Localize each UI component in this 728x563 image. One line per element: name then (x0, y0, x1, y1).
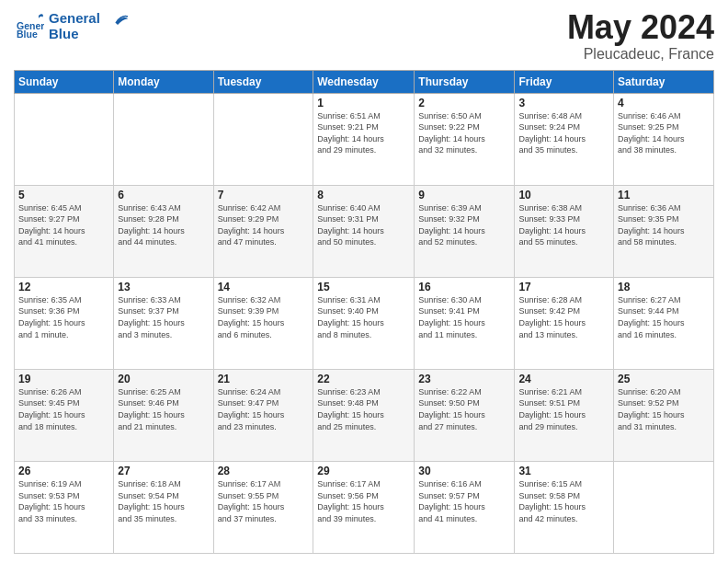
day-number: 5 (18, 189, 109, 201)
header-sunday: Sunday (15, 70, 114, 93)
day-number: 31 (518, 465, 609, 477)
day-number: 21 (218, 373, 310, 385)
svg-text:Blue: Blue (17, 29, 38, 38)
header: General Blue General Blue May 2024 Pleuc… (14, 9, 714, 63)
day-number: 19 (18, 373, 109, 385)
calendar-cell-w1-d2 (114, 93, 213, 185)
day-info: Sunrise: 6:23 AM Sunset: 9:48 PM Dayligh… (317, 386, 410, 432)
page: General Blue General Blue May 2024 Pleuc… (0, 0, 728, 563)
day-info: Sunrise: 6:28 AM Sunset: 9:42 PM Dayligh… (518, 294, 609, 340)
calendar-cell-w3-d1: 12Sunrise: 6:35 AM Sunset: 9:36 PM Dayli… (15, 277, 114, 369)
day-info: Sunrise: 6:46 AM Sunset: 9:25 PM Dayligh… (618, 110, 710, 156)
day-number: 28 (218, 465, 310, 477)
day-info: Sunrise: 6:48 AM Sunset: 9:24 PM Dayligh… (518, 110, 609, 156)
day-number: 27 (118, 465, 209, 477)
header-tuesday: Tuesday (213, 70, 313, 93)
bird-icon (103, 10, 129, 36)
day-number: 25 (618, 373, 710, 385)
calendar-cell-w3-d4: 15Sunrise: 6:31 AM Sunset: 9:40 PM Dayli… (313, 277, 415, 369)
day-number: 14 (218, 281, 310, 293)
day-info: Sunrise: 6:45 AM Sunset: 9:27 PM Dayligh… (18, 202, 109, 248)
day-number: 24 (518, 373, 609, 385)
calendar-cell-w4-d7: 25Sunrise: 6:20 AM Sunset: 9:52 PM Dayli… (614, 369, 714, 461)
day-number: 17 (518, 281, 609, 293)
calendar-cell-w2-d4: 8Sunrise: 6:40 AM Sunset: 9:31 PM Daylig… (313, 185, 415, 277)
day-info: Sunrise: 6:15 AM Sunset: 9:58 PM Dayligh… (518, 478, 609, 524)
day-info: Sunrise: 6:19 AM Sunset: 9:53 PM Dayligh… (18, 478, 109, 524)
calendar-cell-w1-d7: 4Sunrise: 6:46 AM Sunset: 9:25 PM Daylig… (614, 93, 714, 185)
month-title: May 2024 (567, 9, 714, 46)
day-number: 15 (317, 281, 410, 293)
day-info: Sunrise: 6:25 AM Sunset: 9:46 PM Dayligh… (118, 386, 209, 432)
day-info: Sunrise: 6:26 AM Sunset: 9:45 PM Dayligh… (18, 386, 109, 432)
day-number: 22 (317, 373, 410, 385)
week-row-2: 5Sunrise: 6:45 AM Sunset: 9:27 PM Daylig… (15, 185, 714, 277)
location-subtitle: Pleucadeuc, France (567, 46, 714, 63)
calendar-cell-w2-d1: 5Sunrise: 6:45 AM Sunset: 9:27 PM Daylig… (15, 185, 114, 277)
day-number: 20 (118, 373, 209, 385)
day-number: 12 (18, 281, 109, 293)
week-row-3: 12Sunrise: 6:35 AM Sunset: 9:36 PM Dayli… (15, 277, 714, 369)
day-info: Sunrise: 6:21 AM Sunset: 9:51 PM Dayligh… (518, 386, 609, 432)
day-number: 26 (18, 465, 109, 477)
header-wednesday: Wednesday (313, 70, 415, 93)
day-info: Sunrise: 6:36 AM Sunset: 9:35 PM Dayligh… (618, 202, 710, 248)
calendar-cell-w5-d1: 26Sunrise: 6:19 AM Sunset: 9:53 PM Dayli… (15, 461, 114, 553)
header-thursday: Thursday (415, 70, 515, 93)
day-number: 3 (518, 97, 609, 109)
calendar-cell-w5-d3: 28Sunrise: 6:17 AM Sunset: 9:55 PM Dayli… (213, 461, 313, 553)
day-info: Sunrise: 6:43 AM Sunset: 9:28 PM Dayligh… (118, 202, 209, 248)
calendar-cell-w3-d7: 18Sunrise: 6:27 AM Sunset: 9:44 PM Dayli… (614, 277, 714, 369)
header-saturday: Saturday (614, 70, 714, 93)
calendar-cell-w3-d3: 14Sunrise: 6:32 AM Sunset: 9:39 PM Dayli… (213, 277, 313, 369)
weekday-header-row: Sunday Monday Tuesday Wednesday Thursday… (15, 70, 714, 93)
calendar-cell-w3-d6: 17Sunrise: 6:28 AM Sunset: 9:42 PM Dayli… (515, 277, 614, 369)
calendar-cell-w4-d4: 22Sunrise: 6:23 AM Sunset: 9:48 PM Dayli… (313, 369, 415, 461)
calendar-cell-w3-d5: 16Sunrise: 6:30 AM Sunset: 9:41 PM Dayli… (415, 277, 515, 369)
day-info: Sunrise: 6:39 AM Sunset: 9:32 PM Dayligh… (418, 202, 510, 248)
day-info: Sunrise: 6:27 AM Sunset: 9:44 PM Dayligh… (618, 294, 710, 340)
calendar-cell-w4-d3: 21Sunrise: 6:24 AM Sunset: 9:47 PM Dayli… (213, 369, 313, 461)
calendar-cell-w1-d5: 2Sunrise: 6:50 AM Sunset: 9:22 PM Daylig… (415, 93, 515, 185)
calendar-cell-w1-d3 (213, 93, 313, 185)
day-number: 4 (618, 97, 710, 109)
day-info: Sunrise: 6:50 AM Sunset: 9:22 PM Dayligh… (418, 110, 510, 156)
day-number: 18 (618, 281, 710, 293)
calendar-cell-w5-d2: 27Sunrise: 6:18 AM Sunset: 9:54 PM Dayli… (114, 461, 213, 553)
day-info: Sunrise: 6:17 AM Sunset: 9:55 PM Dayligh… (218, 478, 310, 524)
calendar-cell-w4-d5: 23Sunrise: 6:22 AM Sunset: 9:50 PM Dayli… (415, 369, 515, 461)
day-number: 6 (118, 189, 209, 201)
day-number: 10 (518, 189, 609, 201)
day-number: 30 (418, 465, 510, 477)
calendar-cell-w3-d2: 13Sunrise: 6:33 AM Sunset: 9:37 PM Dayli… (114, 277, 213, 369)
calendar-table: Sunday Monday Tuesday Wednesday Thursday… (14, 70, 714, 554)
logo-general: General (49, 10, 100, 26)
day-number: 7 (218, 189, 310, 201)
logo-icon: General Blue (17, 10, 44, 38)
title-block: May 2024 Pleucadeuc, France (567, 9, 714, 63)
day-info: Sunrise: 6:31 AM Sunset: 9:40 PM Dayligh… (317, 294, 410, 340)
day-info: Sunrise: 6:20 AM Sunset: 9:52 PM Dayligh… (618, 386, 710, 432)
calendar-cell-w1-d4: 1Sunrise: 6:51 AM Sunset: 9:21 PM Daylig… (313, 93, 415, 185)
logo-blue: Blue (49, 27, 100, 42)
day-info: Sunrise: 6:18 AM Sunset: 9:54 PM Dayligh… (118, 478, 209, 524)
day-info: Sunrise: 6:16 AM Sunset: 9:57 PM Dayligh… (418, 478, 510, 524)
day-info: Sunrise: 6:33 AM Sunset: 9:37 PM Dayligh… (118, 294, 209, 340)
calendar-cell-w2-d5: 9Sunrise: 6:39 AM Sunset: 9:32 PM Daylig… (415, 185, 515, 277)
calendar-cell-w1-d6: 3Sunrise: 6:48 AM Sunset: 9:24 PM Daylig… (515, 93, 614, 185)
day-info: Sunrise: 6:17 AM Sunset: 9:56 PM Dayligh… (317, 478, 410, 524)
day-number: 9 (418, 189, 510, 201)
week-row-5: 26Sunrise: 6:19 AM Sunset: 9:53 PM Dayli… (15, 461, 714, 553)
day-number: 11 (618, 189, 710, 201)
calendar-cell-w4-d1: 19Sunrise: 6:26 AM Sunset: 9:45 PM Dayli… (15, 369, 114, 461)
calendar-cell-w1-d1 (15, 93, 114, 185)
logo: General Blue General Blue (14, 9, 129, 41)
day-info: Sunrise: 6:51 AM Sunset: 9:21 PM Dayligh… (317, 110, 410, 156)
calendar-cell-w4-d6: 24Sunrise: 6:21 AM Sunset: 9:51 PM Dayli… (515, 369, 614, 461)
calendar-cell-w2-d6: 10Sunrise: 6:38 AM Sunset: 9:33 PM Dayli… (515, 185, 614, 277)
header-monday: Monday (114, 70, 213, 93)
day-info: Sunrise: 6:32 AM Sunset: 9:39 PM Dayligh… (218, 294, 310, 340)
calendar-cell-w5-d4: 29Sunrise: 6:17 AM Sunset: 9:56 PM Dayli… (313, 461, 415, 553)
week-row-1: 1Sunrise: 6:51 AM Sunset: 9:21 PM Daylig… (15, 93, 714, 185)
day-number: 13 (118, 281, 209, 293)
